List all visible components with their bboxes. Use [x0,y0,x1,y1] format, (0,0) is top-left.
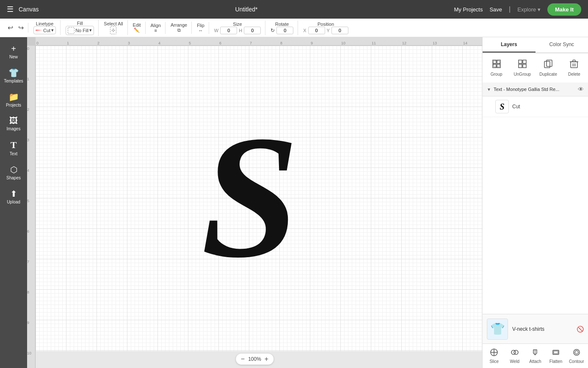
svg-point-26 [574,349,580,355]
sidebar-item-upload[interactable]: ⬆ Upload [2,185,25,208]
duplicate-button[interactable]: Duplicate [536,57,560,79]
align-label: Align [151,23,161,28]
layer-group-header[interactable]: ▼ Text - Monotype Gallia Std Re... 👁 [483,82,588,96]
rotate-item: Rotate ↻ [269,21,295,35]
size-h-input[interactable] [244,27,261,34]
sidebar-item-new[interactable]: + New [2,41,25,63]
ruler-tick-left-2: 2 [27,107,35,138]
select-all-icon: ⊹ [110,26,116,34]
linetype-select[interactable]: Cut ▾ [33,26,56,34]
svg-point-27 [575,351,578,354]
slice-icon [490,348,498,358]
divider: | [509,5,511,13]
canvas-grid[interactable]: S [36,46,482,351]
slice-button[interactable]: Slice [484,346,504,365]
svg-rect-3 [493,64,496,68]
sidebar-item-templates[interactable]: 👕 Templates [2,64,25,87]
delete-button[interactable]: Delete [562,57,586,79]
explore-link[interactable]: Explore ▾ [517,6,541,13]
tab-layers[interactable]: Layers [483,37,536,52]
sidebar-item-images[interactable]: 🖼 Images [2,113,25,135]
ungroup-label: UnGroup [514,72,531,77]
position-y-input[interactable] [331,27,348,34]
position-label: Position [317,22,334,27]
menu-icon[interactable]: ☰ [7,5,14,14]
ruler-tick-left-7: 7 [27,260,35,290]
rotate-input[interactable] [276,27,293,34]
zoom-out-button[interactable]: − [241,355,245,363]
layer-group-label: Text - Monotype Gallia Std Re... [494,87,575,92]
position-y-label: Y [327,28,330,33]
ruler-tick-9: 9 [311,41,341,45]
preview-eye-icon[interactable]: 🚫 [577,326,584,332]
fill-select[interactable]: No Fill ▾ [66,26,94,35]
right-panel-bottom: 👕 V-neck t-shirts 🚫 Slice [483,314,588,368]
ruler-tick-left-8: 8 [27,290,35,321]
layer-thumbnail: S [495,100,509,113]
right-panel-tabs: Layers Color Sync [483,37,588,53]
text-icon: T [11,140,17,151]
svg-rect-25 [554,351,558,354]
contour-icon [572,348,581,358]
align-item[interactable]: Align ≡ [149,22,163,34]
ungroup-button[interactable]: UnGroup [510,57,534,79]
explore-chevron-icon: ▾ [538,6,541,13]
canvas-area[interactable]: 0 1 2 3 4 5 6 7 8 9 10 11 12 13 14 0 1 2 [27,37,482,368]
edit-icon: ✏️ [134,27,140,33]
edit-item[interactable]: Edit ✏️ [131,22,143,34]
flip-group: Flip ↔ [193,22,209,34]
layer-visibility-icon[interactable]: 👁 [578,86,584,93]
attach-button[interactable]: Attach [525,346,545,365]
images-icon: 🖼 [9,116,18,126]
make-it-button[interactable]: Make It [547,3,581,16]
ruler-tick-6: 6 [219,41,250,45]
contour-button[interactable]: Contour [566,346,586,365]
group-button[interactable]: Group [484,57,508,79]
weld-button[interactable]: Weld [505,346,525,365]
zoom-control: − 100% + [236,354,273,365]
layer-group-chevron-icon: ▼ [487,87,491,92]
edit-label: Edit [133,22,141,27]
undo-button[interactable]: ↩ [6,23,15,33]
linetype-chevron-icon: ▾ [51,27,54,33]
sidebar-item-images-label: Images [7,126,21,131]
new-icon: + [11,44,16,54]
arrange-label: Arrange [171,22,187,27]
upload-icon: ⬆ [10,189,17,199]
save-link[interactable]: Save [489,6,502,13]
ruler-tick-14: 14 [463,41,482,45]
size-label: Size [233,22,242,27]
sidebar-item-upload-label: Upload [7,200,20,204]
flatten-button[interactable]: Flatten [546,346,566,365]
size-h-label: H [239,28,242,33]
sidebar-item-text[interactable]: T Text [2,136,25,159]
sidebar-item-shapes[interactable]: ⬡ Shapes [2,161,25,184]
svg-text:S: S [201,99,298,294]
svg-rect-2 [497,60,500,63]
main-area: + New 👕 Templates 📁 Projects 🖼 Images T … [0,37,588,368]
arrange-item[interactable]: Arrange ⧉ [169,22,189,34]
align-icon: ≡ [155,28,157,33]
sidebar-item-projects-label: Projects [6,103,21,107]
ruler-left: 0 1 2 3 4 5 6 7 8 9 10 [27,46,36,368]
tab-color-sync[interactable]: Color Sync [536,37,588,52]
zoom-in-button[interactable]: + [265,355,268,363]
select-all-group: Select All ⊹ [99,20,127,35]
select-all-item[interactable]: Select All ⊹ [102,20,124,35]
group-icon [492,59,501,71]
preview-thumbnail: 👕 [487,319,508,340]
ruler-tick-left-4: 4 [27,168,35,199]
redo-button[interactable]: ↪ [17,23,25,33]
size-w-input[interactable] [220,27,237,34]
linetype-item: Linetype Cut ▾ [32,20,58,35]
layer-item[interactable]: S Cut [483,96,588,117]
fill-group: Fill No Fill ▾ [61,20,99,36]
weld-label: Weld [510,359,520,364]
svg-rect-4 [497,64,500,68]
position-x-input[interactable] [308,27,325,34]
sidebar-item-projects[interactable]: 📁 Projects [2,88,25,111]
fill-label: Fill [77,21,83,26]
my-projects-link[interactable]: My Projects [454,6,483,13]
ruler-corner [27,37,36,46]
flip-item[interactable]: Flip ↔ [195,22,206,34]
